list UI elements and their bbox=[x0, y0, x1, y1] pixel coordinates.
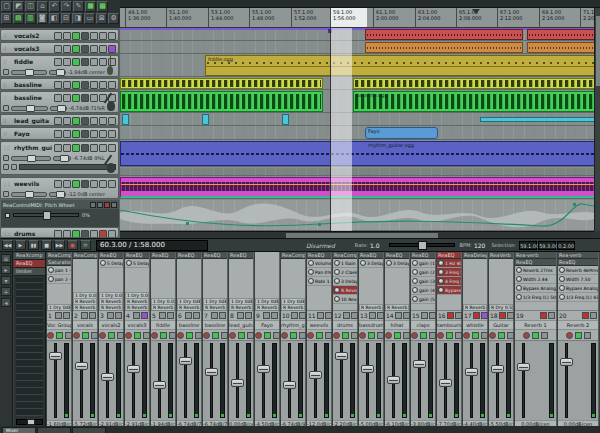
track-button[interactable] bbox=[63, 130, 71, 138]
volume-fader[interactable] bbox=[229, 340, 253, 420]
transport-button[interactable]: ▶▶ bbox=[54, 240, 65, 250]
time-selection[interactable] bbox=[330, 28, 352, 231]
volume-slider-handle[interactable] bbox=[25, 191, 34, 198]
mute-button[interactable] bbox=[81, 312, 88, 319]
toolbar-icon[interactable]: ⌂ bbox=[37, 1, 48, 12]
fx-param-knob[interactable]: Reverb 469ms bbox=[558, 266, 598, 275]
volume-fader[interactable] bbox=[411, 340, 435, 420]
send-slot[interactable]: 1 Dry 0dB bbox=[203, 298, 227, 304]
track-name[interactable]: rhythm_guita bbox=[14, 144, 52, 151]
toolbar-icon[interactable]: ✎ bbox=[73, 1, 84, 12]
fx-param-knob[interactable]: gain (2) bbox=[411, 268, 435, 277]
record-arm-button[interactable] bbox=[333, 332, 340, 339]
volume-fader[interactable] bbox=[73, 340, 97, 420]
fx-param-knob[interactable]: gain (3) bbox=[411, 277, 435, 286]
fx-param-knob[interactable]: Bypass Analog bbox=[515, 284, 556, 293]
track-name[interactable]: weevils bbox=[14, 180, 52, 187]
track-button[interactable] bbox=[72, 180, 80, 188]
fader-handle[interactable] bbox=[283, 381, 296, 389]
track-name[interactable]: lead_guita bbox=[14, 117, 52, 124]
fx-slot[interactable]: ReaComp bbox=[47, 252, 71, 259]
mute-button[interactable] bbox=[582, 312, 589, 319]
toolbar-icon[interactable]: ◙ bbox=[37, 13, 48, 24]
record-arm-button[interactable] bbox=[255, 332, 262, 339]
track-button[interactable] bbox=[108, 81, 116, 89]
pan-slider[interactable] bbox=[49, 70, 66, 75]
automation-button[interactable] bbox=[11, 164, 17, 170]
fx-slot[interactable]: ReaEQ bbox=[307, 252, 331, 259]
record-arm-button[interactable] bbox=[281, 332, 288, 339]
track-button[interactable] bbox=[54, 58, 62, 66]
mixer-rail-button[interactable]: ◂ bbox=[1, 298, 11, 307]
volume-fader[interactable] bbox=[463, 340, 487, 420]
knob-icon[interactable] bbox=[412, 269, 418, 275]
track-button[interactable] bbox=[63, 117, 71, 125]
track-button[interactable] bbox=[99, 230, 107, 238]
monitor-button[interactable] bbox=[238, 332, 245, 339]
transport-button[interactable]: ▮▮ bbox=[28, 240, 39, 250]
rate-slider-handle[interactable] bbox=[418, 241, 427, 250]
track-button[interactable] bbox=[81, 230, 89, 238]
track-button[interactable] bbox=[72, 81, 80, 89]
knob-icon[interactable] bbox=[438, 260, 444, 266]
track-button[interactable] bbox=[90, 94, 98, 102]
knob-icon[interactable] bbox=[334, 278, 340, 284]
mixer-strip[interactable]: ReaEQ 3 Delay 4ms R Reverb 2 (0) 13 bas bbox=[359, 252, 384, 428]
media-item[interactable] bbox=[527, 29, 594, 40]
fader-handle[interactable] bbox=[491, 365, 504, 373]
track-lane[interactable]: Fayo bbox=[120, 127, 594, 140]
record-arm-button[interactable] bbox=[359, 332, 366, 339]
toolbar-icon[interactable]: ▤ bbox=[13, 13, 24, 24]
track-button[interactable] bbox=[72, 144, 80, 152]
fx-param-knob[interactable]: gain (5) bbox=[411, 295, 435, 304]
record-arm-button[interactable] bbox=[99, 332, 106, 339]
track-button[interactable] bbox=[90, 144, 98, 152]
track-name[interactable]: vocals3 bbox=[14, 45, 52, 52]
mixer-strip[interactable]: ReaEQ 1 Dry 0.0dBR Reverb 2 (0) 5 fidd bbox=[151, 252, 176, 428]
toolbar-icon[interactable]: ◨ bbox=[72, 13, 83, 24]
fader-handle[interactable] bbox=[465, 368, 478, 376]
monitor-button[interactable] bbox=[160, 332, 167, 339]
track-button[interactable] bbox=[63, 45, 71, 53]
track-button[interactable] bbox=[63, 180, 71, 188]
track-button[interactable] bbox=[72, 94, 80, 102]
record-arm-button[interactable] bbox=[177, 332, 184, 339]
track-name[interactable]: fiddle bbox=[14, 58, 52, 65]
mute-button[interactable] bbox=[317, 312, 324, 319]
track-button[interactable] bbox=[54, 94, 62, 102]
track-lane[interactable]: bassline.ogg bbox=[120, 91, 594, 113]
fx-button[interactable] bbox=[117, 332, 124, 339]
knob-icon[interactable] bbox=[516, 276, 522, 282]
track-button[interactable] bbox=[63, 58, 71, 66]
fx-slot[interactable]: ReaEQ bbox=[437, 252, 461, 259]
monitor-button[interactable] bbox=[420, 332, 427, 339]
track-button[interactable] bbox=[108, 130, 116, 138]
fx-button[interactable] bbox=[221, 332, 228, 339]
mute-button[interactable] bbox=[473, 312, 480, 319]
fx-param-knob[interactable]: Rate 1.00 bbox=[307, 277, 331, 286]
track-header[interactable]: 4 vocals3 bbox=[0, 42, 119, 54]
track-button[interactable] bbox=[90, 58, 98, 66]
track-button[interactable] bbox=[90, 230, 98, 238]
track-fx-embed-panel[interactable]: ReaControlMIDI: Pitch Wheel 0% bbox=[1, 200, 119, 227]
mute-button[interactable] bbox=[291, 312, 298, 319]
track-button[interactable] bbox=[54, 230, 62, 238]
media-item[interactable]: rhythm_guitar.ogg bbox=[120, 141, 594, 166]
fx-panel-menu-icon[interactable] bbox=[90, 202, 96, 208]
fx-button[interactable] bbox=[403, 332, 410, 339]
mixer-strip[interactable]: ReaEQ 5 Delay M 4ms 1 Dry 0.0dBR Reverb … bbox=[99, 252, 124, 428]
solo-button[interactable] bbox=[115, 312, 122, 319]
knob-icon[interactable] bbox=[48, 276, 54, 282]
fader-handle[interactable] bbox=[231, 379, 244, 387]
record-arm-button[interactable] bbox=[307, 332, 314, 339]
send-slot[interactable]: 1 Dry 0dB bbox=[177, 298, 201, 304]
knob-icon[interactable] bbox=[412, 296, 418, 302]
mixer-strip[interactable]: ReaEQ 5 Delay M 4ms 1 Dry 0.0dBR Reverb … bbox=[125, 252, 150, 428]
fx-button[interactable] bbox=[377, 332, 384, 339]
fx-param-knob[interactable]: Pan 0% bbox=[307, 268, 331, 277]
mute-button[interactable] bbox=[263, 312, 270, 319]
track-button[interactable] bbox=[81, 32, 89, 40]
solo-button[interactable] bbox=[63, 312, 70, 319]
track-button[interactable] bbox=[90, 117, 98, 125]
mixer-rail-button[interactable]: ▾ bbox=[1, 276, 11, 285]
